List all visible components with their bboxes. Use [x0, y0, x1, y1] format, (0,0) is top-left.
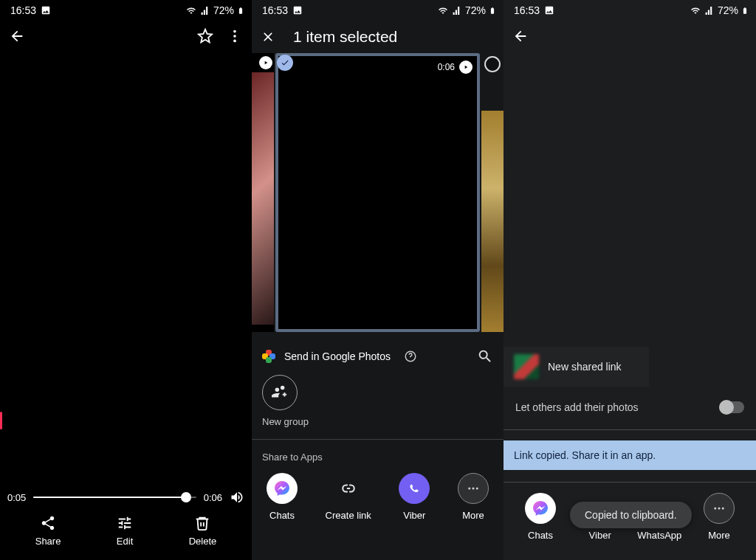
- status-bar: 16:53 72%: [0, 0, 252, 19]
- share-app-more[interactable]: More: [697, 493, 741, 541]
- app-label: Viber: [403, 510, 425, 521]
- status-bar: 16:53 72%: [252, 0, 504, 19]
- play-icon: [459, 61, 472, 74]
- share-app-create-link[interactable]: Create link: [326, 473, 371, 521]
- delete-button[interactable]: Delete: [189, 515, 217, 547]
- messenger-icon: [273, 480, 291, 497]
- share-app-more[interactable]: More: [458, 473, 489, 521]
- status-image-icon: [41, 5, 51, 15]
- svg-point-9: [722, 508, 724, 510]
- help-icon[interactable]: [404, 350, 417, 363]
- shared-link-thumb: [514, 354, 539, 379]
- radio-unselected-icon: [484, 56, 501, 72]
- share-app-chats[interactable]: Chats: [518, 493, 563, 541]
- status-image-icon: [544, 5, 554, 15]
- app-label: WhatsApp: [637, 530, 681, 541]
- let-others-add-toggle[interactable]: [719, 401, 744, 413]
- progress-slider[interactable]: [33, 497, 196, 498]
- panel-photo-view: 16:53 72% 0:05 0:06 Share: [0, 0, 252, 560]
- trash-icon: [194, 515, 210, 531]
- more-horiz-icon: [712, 502, 726, 515]
- thumb-time: 0:06: [438, 62, 455, 72]
- time-current: 0:05: [7, 492, 26, 503]
- thumb-left[interactable]: [252, 53, 274, 332]
- back-icon[interactable]: [512, 28, 529, 44]
- share-app-chats[interactable]: Chats: [267, 473, 298, 521]
- signal-icon: [452, 6, 462, 15]
- group-add-icon: [272, 384, 288, 401]
- divider: [504, 482, 756, 483]
- toggle-label: Let others add their photos: [515, 401, 639, 413]
- search-icon[interactable]: [477, 348, 493, 364]
- thumbnail-strip[interactable]: 0:06: [252, 52, 504, 332]
- thumb-selected[interactable]: 0:06: [275, 53, 480, 332]
- status-bar: 16:53 72%: [504, 0, 756, 19]
- time-total: 0:06: [204, 492, 222, 503]
- signal-icon: [704, 6, 715, 15]
- selection-title: 1 item selected: [293, 28, 397, 46]
- link-copied-banner: Link copied. Share it in an app.: [504, 440, 756, 470]
- status-time: 16:53: [10, 4, 36, 16]
- panel-share-link: 16:53 72% New shared link Let others add…: [504, 0, 756, 560]
- status-battery: 72%: [465, 4, 486, 16]
- edit-button[interactable]: Edit: [117, 515, 133, 547]
- new-shared-link-row[interactable]: New shared link: [504, 347, 649, 387]
- share-button[interactable]: Share: [35, 515, 61, 547]
- video-progress: 0:05 0:06: [0, 490, 252, 505]
- check-icon: [277, 55, 293, 71]
- panel-selection-share: 16:53 72% 1 item selected 0:06: [252, 0, 504, 560]
- battery-icon: [489, 5, 496, 16]
- status-time: 16:53: [262, 4, 288, 16]
- back-icon[interactable]: [9, 28, 25, 44]
- svg-point-8: [718, 508, 720, 510]
- action-label: Share: [35, 536, 61, 547]
- svg-point-2: [233, 40, 236, 43]
- status-time: 16:53: [514, 4, 540, 16]
- action-label: Edit: [117, 536, 133, 547]
- more-horiz-icon: [467, 482, 480, 495]
- google-photos-icon: [262, 350, 275, 363]
- wifi-icon: [690, 6, 701, 15]
- app-label: More: [708, 530, 730, 541]
- app-label: Create link: [326, 510, 371, 521]
- signal-icon: [200, 6, 210, 15]
- play-icon: [259, 56, 272, 69]
- svg-point-5: [472, 488, 474, 490]
- app-label: Chats: [528, 530, 553, 541]
- messenger-icon: [532, 499, 549, 517]
- action-label: Delete: [189, 536, 217, 547]
- close-icon[interactable]: [261, 30, 275, 44]
- svg-point-1: [233, 35, 236, 38]
- send-in-photos[interactable]: Send in Google Photos: [284, 350, 391, 362]
- toast-copied: Copied to clipboard.: [570, 502, 692, 528]
- more-vert-icon[interactable]: [227, 28, 243, 44]
- shared-link-text: New shared link: [548, 361, 622, 373]
- accent-stripe: [0, 412, 2, 429]
- viber-icon: [406, 480, 422, 497]
- app-label: Chats: [269, 510, 295, 521]
- svg-point-7: [714, 508, 716, 510]
- thumb-right[interactable]: [481, 53, 504, 332]
- share-app-viber[interactable]: Viber: [399, 473, 430, 521]
- new-group-button[interactable]: [262, 375, 298, 410]
- tune-icon: [117, 515, 133, 531]
- svg-point-0: [233, 30, 236, 33]
- wifi-icon: [437, 6, 449, 15]
- status-image-icon: [292, 5, 303, 15]
- new-group-label: New group: [262, 416, 493, 427]
- svg-point-6: [476, 488, 478, 490]
- svg-point-4: [468, 488, 470, 490]
- status-battery: 72%: [213, 4, 234, 16]
- battery-icon: [237, 5, 244, 16]
- app-label: Viber: [589, 530, 611, 541]
- star-icon[interactable]: [197, 28, 213, 44]
- wifi-icon: [185, 6, 197, 15]
- divider: [504, 429, 756, 430]
- link-icon: [339, 479, 358, 498]
- volume-icon[interactable]: [230, 490, 244, 505]
- app-label: More: [462, 510, 484, 521]
- status-battery: 72%: [718, 4, 738, 16]
- battery-icon: [741, 5, 749, 16]
- share-icon: [40, 515, 56, 531]
- share-to-apps-label: Share to Apps: [262, 452, 493, 463]
